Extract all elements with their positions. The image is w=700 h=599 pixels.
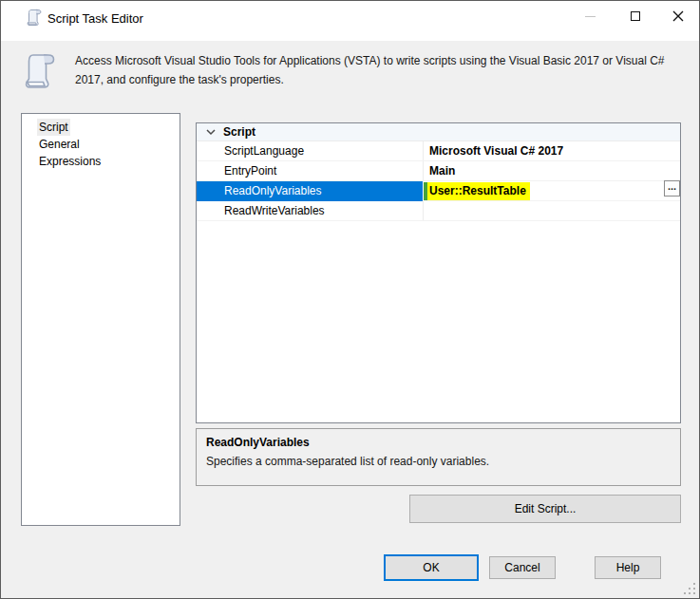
help-button[interactable]: Help xyxy=(595,556,661,579)
sidebar-item-general[interactable]: General xyxy=(22,136,180,153)
close-icon[interactable] xyxy=(656,1,699,31)
property-name: ReadOnlyVariables xyxy=(224,181,322,201)
property-row-scriptlanguage[interactable]: ScriptLanguage Microsoft Visual C# 2017 xyxy=(197,141,680,161)
ellipsis-browse-button[interactable]: ... xyxy=(664,180,680,197)
script-task-editor-dialog: Script Task Editor Access Microsoft Visu… xyxy=(0,0,700,599)
sidebar-item-expressions[interactable]: Expressions xyxy=(22,153,180,170)
minimize-icon xyxy=(569,1,612,31)
scroll-icon xyxy=(26,9,42,27)
category-row-script[interactable]: Script xyxy=(197,123,680,141)
pages-listbox: Script General Expressions xyxy=(21,113,180,526)
maximize-icon[interactable] xyxy=(614,1,656,31)
dialog-description: Access Microsoft Visual Studio Tools for… xyxy=(75,51,688,89)
header-banner: Access Microsoft Visual Studio Tools for… xyxy=(1,41,699,105)
cancel-button[interactable]: Cancel xyxy=(489,556,556,579)
property-grid: Script ScriptLanguage Microsoft Visual C… xyxy=(196,122,681,423)
chevron-down-icon[interactable] xyxy=(204,125,218,139)
property-value: Main xyxy=(429,161,455,181)
script-task-icon xyxy=(23,51,55,91)
category-label: Script xyxy=(223,125,255,139)
ok-button[interactable]: OK xyxy=(384,554,479,581)
property-row-readwritevariables[interactable]: ReadWriteVariables xyxy=(197,201,680,221)
sidebar-item-script[interactable]: Script xyxy=(22,119,180,136)
property-name: EntryPoint xyxy=(224,161,276,181)
sidebar-item-label: General xyxy=(37,136,82,153)
titlebar[interactable]: Script Task Editor xyxy=(1,1,699,41)
property-description-title: ReadOnlyVariables xyxy=(206,436,671,449)
property-value: Microsoft Visual C# 2017 xyxy=(429,141,563,161)
window-title: Script Task Editor xyxy=(47,11,143,26)
property-description-panel: ReadOnlyVariables Specifies a comma-sepa… xyxy=(196,428,681,486)
sidebar-item-label: Script xyxy=(37,119,70,136)
edit-script-button[interactable]: Edit Script... xyxy=(409,495,681,523)
property-description-text: Specifies a comma-separated list of read… xyxy=(206,455,671,468)
sidebar-item-label: Expressions xyxy=(37,153,103,170)
property-name: ScriptLanguage xyxy=(224,141,304,161)
resize-grip[interactable] xyxy=(682,581,695,594)
highlighted-property-value[interactable]: User::ResultTable xyxy=(424,182,530,200)
property-name: ReadWriteVariables xyxy=(224,201,325,221)
property-row-readonlyvariables[interactable]: ReadOnlyVariables User::ResultTable xyxy=(197,181,680,201)
property-row-entrypoint[interactable]: EntryPoint Main xyxy=(197,161,680,181)
